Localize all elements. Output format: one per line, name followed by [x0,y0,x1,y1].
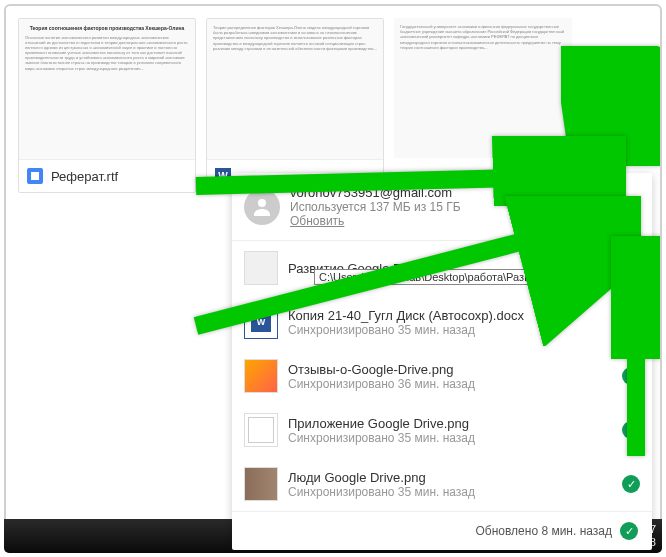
main-container: Теория соотношения факторов производства… [4,4,662,553]
file-item[interactable]: Приложение Google Drive.png Синхронизиро… [232,403,652,457]
file-thumbnail [244,413,278,447]
file-item[interactable]: Развитие Google Drive.png C:\Users\Влади… [232,241,652,295]
svg-point-0 [258,199,266,207]
sync-check-icon: ✓ [622,475,640,493]
sync-footer: Обновлено 8 мин. назад ✓ [232,511,652,550]
file-name: Отзывы-о-Google-Drive.png [288,362,612,377]
file-thumbnail [244,467,278,501]
user-avatar[interactable] [244,189,280,225]
file-name: Приложение Google Drive.png [288,416,612,431]
document-preview: Теория соотношения факторов производства… [19,19,195,159]
file-list: Развитие Google Drive.png C:\Users\Влади… [232,241,652,511]
doc-word-icon: W [215,168,231,184]
user-email: voronov753951@gmail.com [290,185,514,200]
file-thumbnail [244,251,278,285]
document-name: Реферат.rtf [51,169,118,184]
path-tooltip: C:\Users\Владислав\Desktop\работа\Развит… [314,269,647,285]
file-thumbnail [244,359,278,393]
last-updated: Обновлено 8 мин. назад [475,524,612,538]
file-name: Люди Google Drive.png [288,470,612,485]
sync-check-icon: ✓ [620,522,638,540]
file-status: Синхронизировано 35 мин. назад [288,485,612,499]
document-card[interactable]: Теория распределения факторов Хекшера-Ол… [206,18,384,193]
doc-rtf-icon [27,168,43,184]
storage-info: Используется 137 МБ из 15 ГБ Обновить [290,200,514,228]
sync-header: voronov753951@gmail.com Используется 137… [232,173,652,241]
file-status: Синхронизировано 36 мин. назад [288,377,612,391]
sync-check-icon: ✓ [622,421,640,439]
document-card[interactable]: Теория соотношения факторов производства… [18,18,196,193]
file-item[interactable]: W Копия 21-40_Гугл Диск (Автосохр).docx … [232,295,652,349]
more-options-icon[interactable] [618,196,640,218]
file-item[interactable]: Отзывы-о-Google-Drive.png Синхронизирова… [232,349,652,403]
file-status: Синхронизировано 35 мин. назад [288,323,612,337]
open-folder-icon[interactable] [558,196,580,218]
sync-check-icon: ✓ [622,313,640,331]
file-item[interactable]: Люди Google Drive.png Синхронизировано 3… [232,457,652,511]
drive-folder-icon[interactable] [524,194,550,220]
file-name: Копия 21-40_Гугл Диск (Автосохр).docx [288,308,612,323]
document-preview: Теория распределения факторов Хекшера-Ол… [207,19,383,159]
document-card[interactable]: Государственный университет экономики и … [394,18,572,193]
upgrade-link[interactable]: Обновить [290,214,344,228]
drive-sync-panel: voronov753951@gmail.com Используется 137… [232,173,652,550]
sync-check-icon: ✓ [622,367,640,385]
chat-icon[interactable] [588,196,610,218]
file-status: Синхронизировано 35 мин. назад [288,431,612,445]
file-thumbnail: W [244,305,278,339]
document-preview: Государственный университет экономики и … [394,18,572,158]
